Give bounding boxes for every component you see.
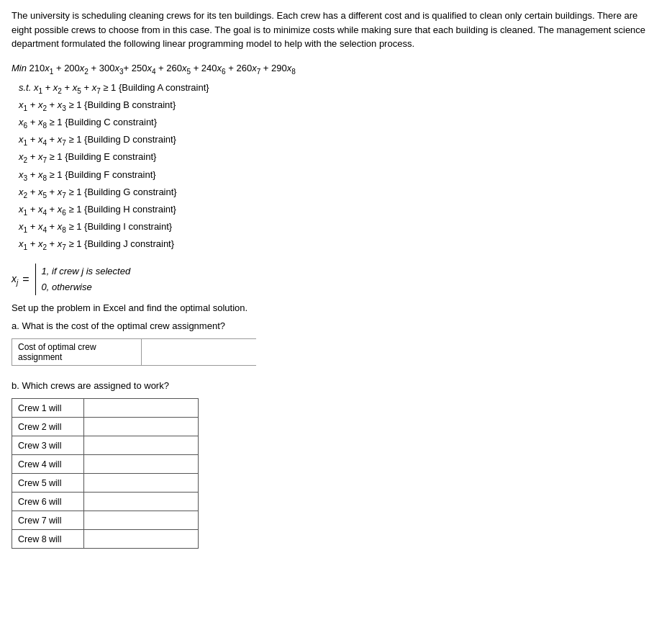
setup-instruction: Set up the problem in Excel and find the… (12, 302, 660, 313)
crew-row-1: Crew 1 will (12, 399, 199, 418)
question-b-text: b. Which crews are assigned to work? (12, 380, 660, 391)
crew-input-cell-8[interactable] (83, 530, 198, 549)
crew-label-2: Crew 2 will (12, 418, 84, 436)
crew-label-1: Crew 1 will (12, 399, 84, 418)
variable-definition: xj = 1, if crew j is selected 0, otherwi… (12, 264, 660, 295)
crew-input-cell-2[interactable] (83, 418, 198, 436)
cost-input-label: Cost of optimal crew assignment (12, 339, 142, 365)
crew-input-cell-7[interactable] (83, 511, 198, 530)
constraints-block: s.t. x1 + x2 + x5 + x7 ≥ 1 {Building A c… (19, 80, 660, 253)
constraint-b: x1 + x2 + x3 ≥ 1 {Building B constraint} (19, 97, 660, 114)
brace-definition: 1, if crew j is selected 0, otherwise (35, 264, 131, 295)
constraint-d: x1 + x4 + x7 ≥ 1 {Building D constraint} (19, 132, 660, 149)
intro-paragraph: The university is scheduling cleaning cr… (12, 9, 660, 51)
crew-label-8: Crew 8 will (12, 530, 84, 549)
crew-input-cell-3[interactable] (83, 436, 198, 455)
crew-row-5: Crew 5 will (12, 474, 199, 493)
crew-row-2: Crew 2 will (12, 418, 199, 436)
constraint-g: x2 + x5 + x7 ≥ 1 {Building G constraint} (19, 184, 660, 202)
crew-input-cell-1[interactable] (83, 399, 198, 418)
lp-model: Min 210x1 + 200x2 + 300x3+ 250x4 + 260x5… (12, 61, 660, 254)
variable-label: xj (12, 273, 18, 287)
crew-input-cell-4[interactable] (83, 455, 198, 474)
question-a-text: a. What is the cost of the optimal crew … (12, 320, 660, 331)
crew-input-cell-5[interactable] (83, 474, 198, 493)
crew-input-2[interactable] (90, 422, 192, 432)
constraint-header: s.t. x1 + x2 + x5 + x7 ≥ 1 {Building A c… (19, 80, 660, 97)
objective-line: Min 210x1 + 200x2 + 300x3+ 250x4 + 260x5… (12, 61, 660, 78)
crew-input-8[interactable] (90, 534, 192, 544)
crew-row-3: Crew 3 will (12, 436, 199, 455)
crew-input-1[interactable] (90, 403, 192, 413)
crew-row-8: Crew 8 will (12, 530, 199, 549)
constraint-f: x3 + x8 ≥ 1 {Building F constraint} (19, 167, 660, 184)
constraint-h: x1 + x4 + x6 ≥ 1 {Building H constraint} (19, 202, 660, 219)
constraint-j: x1 + x2 + x7 ≥ 1 {Building J constraint} (19, 236, 660, 253)
crew-table: Crew 1 willCrew 2 willCrew 3 willCrew 4 … (12, 398, 199, 549)
cost-input-field[interactable] (142, 339, 258, 365)
crew-input-7[interactable] (90, 516, 192, 526)
crew-label-6: Crew 6 will (12, 493, 84, 511)
crew-input-4[interactable] (90, 459, 192, 469)
crew-input-5[interactable] (90, 478, 192, 488)
crew-label-7: Crew 7 will (12, 511, 84, 530)
crew-row-4: Crew 4 will (12, 455, 199, 474)
cost-input-row[interactable]: Cost of optimal crew assignment (12, 338, 256, 366)
crew-row-6: Crew 6 will (12, 493, 199, 511)
crew-row-7: Crew 7 will (12, 511, 199, 530)
constraint-e: x2 + x7 ≥ 1 {Building E constraint} (19, 149, 660, 166)
def-otherwise: 0, otherwise (42, 279, 131, 295)
crew-label-4: Crew 4 will (12, 455, 84, 474)
crew-input-3[interactable] (90, 441, 192, 451)
crew-label-3: Crew 3 will (12, 436, 84, 455)
section-b: b. Which crews are assigned to work? Cre… (12, 380, 660, 549)
crew-input-cell-6[interactable] (83, 493, 198, 511)
crew-label-5: Crew 5 will (12, 474, 84, 493)
constraint-i: x1 + x4 + x8 ≥ 1 {Building I constraint} (19, 219, 660, 236)
crew-input-6[interactable] (90, 497, 192, 507)
def-selected: 1, if crew j is selected (42, 264, 131, 279)
constraint-c: x6 + x8 ≥ 1 {Building C constraint} (19, 114, 660, 132)
